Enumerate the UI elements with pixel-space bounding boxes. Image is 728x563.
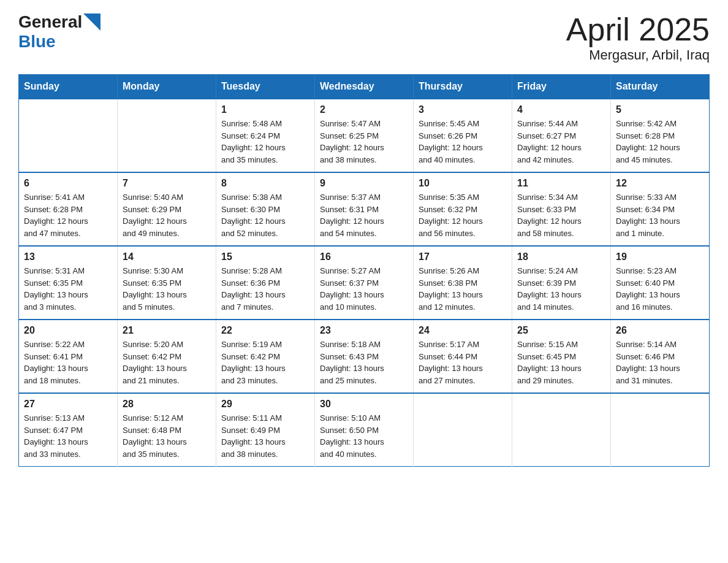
calendar-cell: 22Sunrise: 5:19 AM Sunset: 6:42 PM Dayli…	[216, 320, 315, 393]
calendar-cell: 3Sunrise: 5:45 AM Sunset: 6:26 PM Daylig…	[414, 99, 512, 172]
calendar-cell: 26Sunrise: 5:14 AM Sunset: 6:46 PM Dayli…	[611, 320, 710, 393]
day-number: 9	[320, 178, 408, 189]
day-info: Sunrise: 5:38 AM Sunset: 6:30 PM Dayligh…	[221, 191, 309, 239]
day-number: 3	[419, 104, 507, 115]
day-info: Sunrise: 5:31 AM Sunset: 6:35 PM Dayligh…	[24, 265, 112, 313]
calendar-cell: 28Sunrise: 5:12 AM Sunset: 6:48 PM Dayli…	[118, 393, 216, 467]
day-number: 19	[616, 251, 704, 262]
day-number: 10	[419, 178, 507, 189]
day-info: Sunrise: 5:30 AM Sunset: 6:35 PM Dayligh…	[123, 265, 211, 313]
calendar-cell: 9Sunrise: 5:37 AM Sunset: 6:31 PM Daylig…	[315, 172, 414, 246]
calendar-cell	[414, 393, 512, 467]
weekday-header-friday: Friday	[512, 75, 611, 99]
day-info: Sunrise: 5:15 AM Sunset: 6:45 PM Dayligh…	[517, 339, 605, 386]
calendar-cell: 17Sunrise: 5:26 AM Sunset: 6:38 PM Dayli…	[414, 246, 512, 320]
day-number: 23	[320, 325, 408, 336]
calendar-cell: 16Sunrise: 5:27 AM Sunset: 6:37 PM Dayli…	[315, 246, 414, 320]
calendar-title: April 2025	[566, 12, 710, 47]
day-info: Sunrise: 5:35 AM Sunset: 6:32 PM Dayligh…	[419, 191, 507, 239]
calendar-cell: 7Sunrise: 5:40 AM Sunset: 6:29 PM Daylig…	[118, 172, 216, 246]
day-info: Sunrise: 5:37 AM Sunset: 6:31 PM Dayligh…	[320, 191, 408, 239]
calendar-body: 1Sunrise: 5:48 AM Sunset: 6:24 PM Daylig…	[19, 99, 710, 467]
svg-marker-0	[83, 13, 100, 31]
calendar-cell: 21Sunrise: 5:20 AM Sunset: 6:42 PM Dayli…	[118, 320, 216, 393]
calendar-cell: 11Sunrise: 5:34 AM Sunset: 6:33 PM Dayli…	[512, 172, 611, 246]
day-info: Sunrise: 5:42 AM Sunset: 6:28 PM Dayligh…	[616, 118, 704, 166]
logo-blue-text: Blue	[18, 32, 56, 52]
calendar-cell: 27Sunrise: 5:13 AM Sunset: 6:47 PM Dayli…	[19, 393, 118, 467]
calendar-week-row: 27Sunrise: 5:13 AM Sunset: 6:47 PM Dayli…	[19, 393, 710, 467]
day-number: 4	[517, 104, 605, 115]
calendar-week-row: 20Sunrise: 5:22 AM Sunset: 6:41 PM Dayli…	[19, 320, 710, 393]
logo-triangle-icon	[83, 13, 100, 31]
day-info: Sunrise: 5:20 AM Sunset: 6:42 PM Dayligh…	[123, 339, 211, 386]
day-info: Sunrise: 5:45 AM Sunset: 6:26 PM Dayligh…	[419, 118, 507, 166]
title-block: April 2025 Mergasur, Arbil, Iraq	[566, 12, 710, 63]
day-info: Sunrise: 5:23 AM Sunset: 6:40 PM Dayligh…	[616, 265, 704, 313]
calendar-cell	[118, 99, 216, 172]
day-info: Sunrise: 5:47 AM Sunset: 6:25 PM Dayligh…	[320, 118, 408, 166]
calendar-cell: 8Sunrise: 5:38 AM Sunset: 6:30 PM Daylig…	[216, 172, 315, 246]
weekday-header-tuesday: Tuesday	[216, 75, 315, 99]
day-number: 28	[123, 399, 211, 410]
day-number: 17	[419, 251, 507, 262]
day-info: Sunrise: 5:34 AM Sunset: 6:33 PM Dayligh…	[517, 191, 605, 239]
weekday-header-monday: Monday	[118, 75, 216, 99]
calendar-cell: 14Sunrise: 5:30 AM Sunset: 6:35 PM Dayli…	[118, 246, 216, 320]
day-number: 8	[221, 178, 309, 189]
calendar-cell	[19, 99, 118, 172]
calendar-cell: 12Sunrise: 5:33 AM Sunset: 6:34 PM Dayli…	[611, 172, 710, 246]
day-info: Sunrise: 5:10 AM Sunset: 6:50 PM Dayligh…	[320, 412, 408, 460]
day-info: Sunrise: 5:24 AM Sunset: 6:39 PM Dayligh…	[517, 265, 605, 313]
day-number: 24	[419, 325, 507, 336]
day-info: Sunrise: 5:26 AM Sunset: 6:38 PM Dayligh…	[419, 265, 507, 313]
day-number: 22	[221, 325, 309, 336]
day-info: Sunrise: 5:18 AM Sunset: 6:43 PM Dayligh…	[320, 339, 408, 386]
day-info: Sunrise: 5:17 AM Sunset: 6:44 PM Dayligh…	[419, 339, 507, 386]
calendar-table: SundayMondayTuesdayWednesdayThursdayFrid…	[18, 74, 710, 467]
weekday-header-row: SundayMondayTuesdayWednesdayThursdayFrid…	[19, 75, 710, 99]
calendar-cell: 23Sunrise: 5:18 AM Sunset: 6:43 PM Dayli…	[315, 320, 414, 393]
day-number: 15	[221, 251, 309, 262]
day-info: Sunrise: 5:11 AM Sunset: 6:49 PM Dayligh…	[221, 412, 309, 460]
calendar-cell: 2Sunrise: 5:47 AM Sunset: 6:25 PM Daylig…	[315, 99, 414, 172]
calendar-cell: 5Sunrise: 5:42 AM Sunset: 6:28 PM Daylig…	[611, 99, 710, 172]
day-number: 20	[24, 325, 112, 336]
calendar-header: SundayMondayTuesdayWednesdayThursdayFrid…	[19, 75, 710, 99]
day-number: 16	[320, 251, 408, 262]
calendar-week-row: 13Sunrise: 5:31 AM Sunset: 6:35 PM Dayli…	[19, 246, 710, 320]
day-info: Sunrise: 5:40 AM Sunset: 6:29 PM Dayligh…	[123, 191, 211, 239]
weekday-header-thursday: Thursday	[414, 75, 512, 99]
calendar-week-row: 1Sunrise: 5:48 AM Sunset: 6:24 PM Daylig…	[19, 99, 710, 172]
day-info: Sunrise: 5:19 AM Sunset: 6:42 PM Dayligh…	[221, 339, 309, 386]
day-number: 27	[24, 399, 112, 410]
calendar-cell: 15Sunrise: 5:28 AM Sunset: 6:36 PM Dayli…	[216, 246, 315, 320]
day-info: Sunrise: 5:48 AM Sunset: 6:24 PM Dayligh…	[221, 118, 309, 166]
calendar-subtitle: Mergasur, Arbil, Iraq	[566, 47, 710, 63]
calendar-cell: 6Sunrise: 5:41 AM Sunset: 6:28 PM Daylig…	[19, 172, 118, 246]
calendar-cell: 10Sunrise: 5:35 AM Sunset: 6:32 PM Dayli…	[414, 172, 512, 246]
calendar-cell	[512, 393, 611, 467]
day-number: 5	[616, 104, 704, 115]
logo: General Blue	[18, 12, 100, 52]
day-number: 6	[24, 178, 112, 189]
calendar-cell: 29Sunrise: 5:11 AM Sunset: 6:49 PM Dayli…	[216, 393, 315, 467]
calendar-cell	[611, 393, 710, 467]
page-header: General Blue April 2025 Mergasur, Arbil,…	[18, 12, 710, 63]
day-info: Sunrise: 5:13 AM Sunset: 6:47 PM Dayligh…	[24, 412, 112, 460]
calendar-cell: 1Sunrise: 5:48 AM Sunset: 6:24 PM Daylig…	[216, 99, 315, 172]
day-number: 18	[517, 251, 605, 262]
day-number: 2	[320, 104, 408, 115]
calendar-cell: 24Sunrise: 5:17 AM Sunset: 6:44 PM Dayli…	[414, 320, 512, 393]
day-number: 13	[24, 251, 112, 262]
day-number: 11	[517, 178, 605, 189]
weekday-header-sunday: Sunday	[19, 75, 118, 99]
day-number: 12	[616, 178, 704, 189]
calendar-cell: 4Sunrise: 5:44 AM Sunset: 6:27 PM Daylig…	[512, 99, 611, 172]
weekday-header-wednesday: Wednesday	[315, 75, 414, 99]
day-number: 30	[320, 399, 408, 410]
day-info: Sunrise: 5:44 AM Sunset: 6:27 PM Dayligh…	[517, 118, 605, 166]
day-number: 7	[123, 178, 211, 189]
day-number: 26	[616, 325, 704, 336]
calendar-week-row: 6Sunrise: 5:41 AM Sunset: 6:28 PM Daylig…	[19, 172, 710, 246]
